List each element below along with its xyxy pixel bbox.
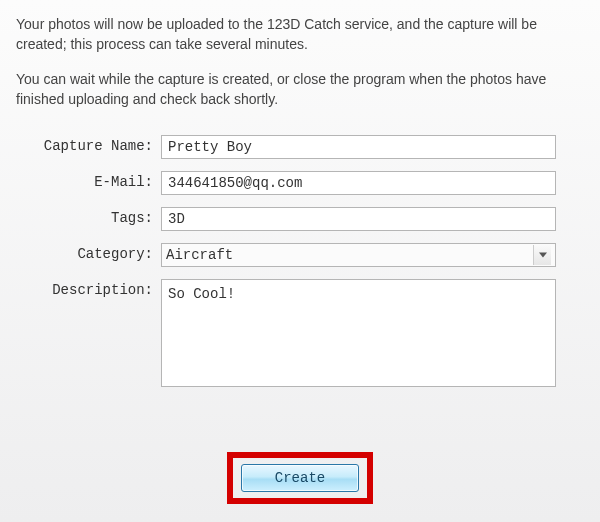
info-paragraph-2: You can wait while the capture is create… [16,69,584,110]
tags-input[interactable] [161,207,556,231]
email-input[interactable] [161,171,556,195]
create-button[interactable]: Create [241,464,359,492]
label-capture-name: Capture Name: [16,135,161,154]
chevron-down-icon [533,245,551,265]
row-email: E-Mail: [16,171,584,195]
label-category: Category: [16,243,161,262]
label-tags: Tags: [16,207,161,226]
capture-form: Capture Name: E-Mail: Tags: Category: Ai… [16,135,584,387]
label-email: E-Mail: [16,171,161,190]
upload-dialog: Your photos will now be uploaded to the … [0,0,600,522]
label-description: Description: [16,279,161,298]
description-textarea[interactable] [161,279,556,387]
row-category: Category: Aircraft [16,243,584,267]
row-description: Description: [16,279,584,387]
row-capture-name: Capture Name: [16,135,584,159]
capture-name-input[interactable] [161,135,556,159]
button-row: Create [0,452,600,504]
row-tags: Tags: [16,207,584,231]
category-select[interactable]: Aircraft [161,243,556,267]
category-selected-value: Aircraft [166,247,233,263]
create-highlight-box: Create [227,452,373,504]
info-paragraph-1: Your photos will now be uploaded to the … [16,14,584,55]
